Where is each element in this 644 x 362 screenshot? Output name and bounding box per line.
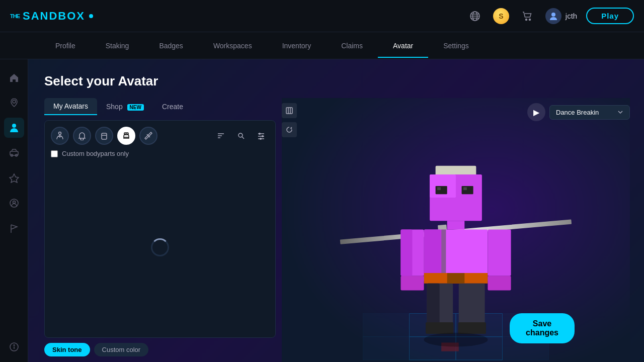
svg-point-34 [262, 135, 264, 137]
svg-point-15 [13, 201, 15, 204]
username: jcth [566, 12, 577, 20]
main-layout: Select your Avatar My Avatars Shop NEW C… [0, 59, 644, 362]
tab-create[interactable]: Create [153, 99, 192, 115]
content-area: Select your Avatar My Avatars Shop NEW C… [28, 59, 644, 362]
sidebar-icon-home[interactable] [4, 67, 24, 87]
save-changes-button[interactable]: Save changes [510, 313, 575, 343]
svg-point-36 [260, 138, 262, 140]
nav-item-claims[interactable]: Claims [326, 34, 378, 58]
new-badge: NEW [127, 104, 144, 111]
filter-panel: Custom bodyparts only [44, 120, 276, 338]
filter-head-btn[interactable] [73, 127, 91, 145]
nav-item-profile[interactable]: Profile [40, 34, 91, 58]
filter-icons-row [51, 127, 269, 145]
filter-helmet-btn[interactable] [117, 127, 135, 145]
nav-item-staking[interactable]: Staking [91, 34, 144, 58]
loading-spinner [151, 238, 169, 256]
page-title: Select your Avatar [44, 73, 630, 89]
svg-rect-47 [363, 314, 409, 337]
svg-point-6 [529, 19, 530, 20]
logo[interactable]: THE SANDBOX [10, 10, 93, 23]
filter-actions [213, 128, 269, 144]
custom-bodyparts-checkbox[interactable] [51, 150, 58, 157]
checkbox-row: Custom bodyparts only [51, 150, 269, 157]
sidebar-icon-info[interactable] [4, 337, 24, 357]
filter-weapon-btn[interactable] [139, 127, 157, 145]
topbar-right: S jcth Play [466, 7, 634, 25]
svg-point-75 [424, 333, 488, 347]
color-section: Skin tone Custom color [44, 338, 276, 362]
topbar: THE SANDBOX S [0, 0, 644, 32]
sidebar [0, 59, 28, 362]
svg-point-32 [259, 133, 261, 135]
svg-rect-73 [459, 284, 485, 324]
filter-body-btn[interactable] [51, 127, 69, 145]
loading-area [51, 163, 269, 331]
svg-rect-71 [427, 284, 439, 324]
sidebar-icon-avatar[interactable] [4, 118, 24, 138]
svg-rect-66 [400, 229, 412, 276]
globe-icon[interactable] [466, 7, 484, 25]
sidebar-icon-location[interactable] [4, 93, 24, 113]
tab-shop[interactable]: Shop NEW [97, 99, 153, 115]
viewport-content [282, 98, 630, 362]
custom-color-tab[interactable]: Custom color [94, 343, 149, 356]
right-panel: ▶ Dance Breakin [282, 98, 630, 362]
filter-torso-btn[interactable] [95, 127, 113, 145]
sort-btn[interactable] [213, 128, 229, 144]
search-btn[interactable] [233, 128, 249, 144]
svg-marker-13 [10, 174, 19, 183]
svg-rect-57 [437, 187, 441, 190]
nav-item-workspaces[interactable]: Workspaces [198, 34, 267, 58]
avatar-tabs: My Avatars Shop NEW Create [44, 98, 276, 115]
sand-coin[interactable]: S [493, 8, 509, 24]
svg-point-19 [59, 132, 61, 135]
nav-item-badges[interactable]: Badges [144, 34, 198, 58]
svg-rect-74 [458, 322, 486, 334]
content-row: My Avatars Shop NEW Create [44, 98, 630, 362]
logo-text: SANDBOX [23, 10, 85, 23]
user-area[interactable]: jcth [545, 8, 577, 24]
svg-rect-67 [400, 276, 424, 291]
play-button[interactable]: Play [586, 8, 634, 24]
left-panel: My Avatars Shop NEW Create [44, 98, 276, 362]
svg-point-8 [13, 100, 16, 103]
sidebar-icon-social[interactable] [4, 193, 24, 213]
avatar-svg [282, 98, 630, 362]
nav-item-inventory[interactable]: Inventory [267, 34, 327, 58]
nav-item-settings[interactable]: Settings [428, 34, 484, 58]
svg-point-29 [238, 133, 243, 137]
sidebar-icon-flag[interactable] [4, 218, 24, 238]
custom-bodyparts-label: Custom bodyparts only [62, 150, 129, 157]
sidebar-icon-vehicle[interactable] [4, 143, 24, 163]
svg-point-5 [525, 19, 527, 20]
svg-rect-59 [447, 221, 465, 229]
tab-my-avatars[interactable]: My Avatars [44, 98, 97, 115]
svg-point-18 [14, 345, 15, 346]
user-avatar [545, 8, 561, 24]
svg-rect-72 [426, 322, 453, 334]
svg-rect-68 [488, 229, 511, 276]
svg-rect-58 [463, 187, 467, 190]
svg-rect-22 [102, 133, 107, 139]
svg-rect-64 [447, 273, 465, 284]
logo-dot [89, 14, 93, 18]
navbar: Profile Staking Badges Workspaces Invent… [0, 32, 644, 59]
sidebar-icon-quests[interactable] [4, 168, 24, 188]
svg-rect-69 [488, 276, 511, 291]
svg-line-30 [242, 137, 244, 139]
options-btn[interactable] [253, 128, 269, 144]
svg-point-7 [551, 13, 555, 17]
svg-rect-45 [363, 337, 409, 360]
color-tabs: Skin tone Custom color [44, 343, 276, 356]
nav-item-avatar[interactable]: Avatar [378, 34, 428, 58]
svg-point-9 [12, 124, 16, 128]
cart-icon[interactable] [518, 7, 536, 25]
skin-tone-tab[interactable]: Skin tone [44, 343, 90, 356]
